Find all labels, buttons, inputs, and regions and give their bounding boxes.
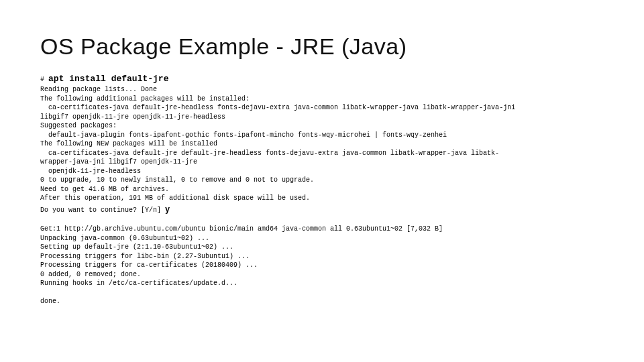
prompt-hash: #: [40, 76, 44, 83]
continue-prompt-line: Do you want to continue? [Y/n] y: [40, 204, 604, 216]
command-text: apt install default-jre: [48, 74, 168, 84]
slide: OS Package Example - JRE (Java) # apt in…: [0, 0, 644, 362]
apt-output-block-2: Get:1 http://gb.archive.ubuntu.com/ubunt…: [40, 225, 604, 306]
continue-prompt: Do you want to continue? [Y/n]: [40, 206, 161, 214]
apt-output-block-1: Reading package lists... Done The follow…: [40, 85, 604, 203]
command-line: # apt install default-jre: [40, 73, 604, 85]
continue-answer: y: [165, 205, 170, 215]
slide-title: OS Package Example - JRE (Java): [40, 34, 604, 60]
